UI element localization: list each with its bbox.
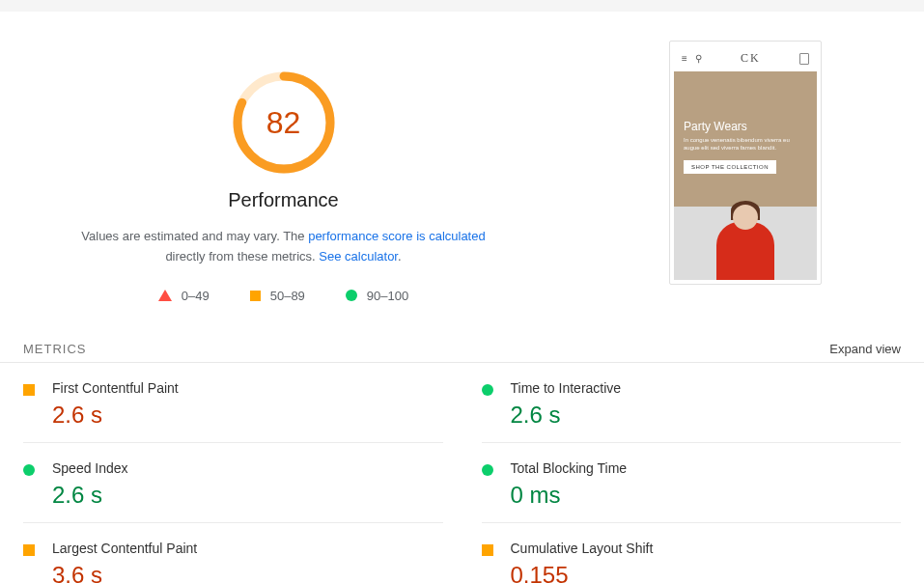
metric-label: Cumulative Layout Shift [511, 541, 902, 556]
performance-gauge: 82 [231, 69, 337, 176]
metric-value: 3.6 s [52, 562, 443, 583]
preview-header: ≡ ⚲ CK [674, 45, 817, 71]
gauge-title: Performance [228, 189, 339, 211]
hero-section: 82 Performance Values are estimated and … [0, 12, 924, 303]
metric-label: Speed Index [52, 460, 443, 476]
expand-view-toggle[interactable]: Expand view [829, 342, 901, 356]
metric-value: 0 ms [511, 482, 902, 509]
metric-label: First Contentful Paint [52, 380, 443, 396]
scale-avg: 50–89 [250, 289, 305, 303]
metric-label: Time to Interactive [511, 380, 902, 396]
search-icon: ⚲ [695, 53, 702, 64]
performance-score: 82 [231, 69, 337, 176]
metric-value: 2.6 s [52, 482, 443, 509]
preview-subtext: In congue venenatis bibendum viverra eu … [684, 137, 807, 153]
pass-circle-icon [23, 464, 35, 476]
scale-fail-label: 0–49 [182, 289, 210, 303]
metric-body: Cumulative Layout Shift0.155 [511, 541, 902, 583]
avg-square-icon [23, 544, 35, 556]
metric-row: Largest Contentful Paint3.6 s [23, 523, 443, 583]
avg-square-icon [23, 384, 35, 396]
scale-pass-label: 90–100 [367, 289, 408, 303]
metrics-header: METRICS Expand view [0, 303, 924, 363]
shopping-bag-icon [799, 53, 809, 65]
metric-body: Speed Index2.6 s [52, 460, 443, 509]
metric-row: Total Blocking Time0 ms [482, 443, 902, 523]
desc-text: Values are estimated and may vary. The [81, 229, 308, 243]
metric-body: Time to Interactive2.6 s [511, 380, 902, 429]
scale-avg-label: 50–89 [270, 289, 305, 303]
pass-circle-icon [482, 464, 493, 476]
pass-circle-icon [346, 290, 357, 301]
see-calculator-link[interactable]: See calculator [319, 249, 398, 264]
screenshot-panel: ≡ ⚲ CK Party Wears In congue venenatis b… [586, 41, 905, 303]
metric-value: 2.6 s [511, 402, 902, 429]
fail-triangle-icon [158, 290, 172, 301]
preview-cta: SHOP THE COLLECTION [684, 160, 776, 174]
top-bar [0, 0, 924, 12]
gauge-description: Values are estimated and may vary. The p… [81, 227, 487, 267]
score-panel: 82 Performance Values are estimated and … [19, 41, 547, 303]
avg-square-icon [250, 291, 261, 301]
metric-label: Total Blocking Time [511, 460, 902, 476]
page-screenshot: ≡ ⚲ CK Party Wears In congue venenatis b… [669, 41, 822, 285]
hamburger-icon: ≡ [682, 53, 687, 64]
scale-pass: 90–100 [346, 289, 408, 303]
metric-row: First Contentful Paint2.6 s [23, 363, 443, 443]
preview-heading: Party Wears [684, 120, 807, 133]
preview-model-image [674, 207, 817, 280]
metric-row: Speed Index2.6 s [23, 443, 443, 523]
metric-row: Cumulative Layout Shift0.155 [482, 523, 902, 583]
desc-text: directly from these metrics. [165, 249, 319, 264]
avg-square-icon [482, 544, 493, 556]
scale-fail: 0–49 [158, 289, 210, 303]
metric-label: Largest Contentful Paint [52, 541, 443, 556]
preview-hero: Party Wears In congue venenatis bibendum… [674, 71, 817, 207]
pass-circle-icon [482, 384, 493, 396]
metric-value: 2.6 s [52, 402, 443, 429]
score-scale-legend: 0–49 50–89 90–100 [158, 289, 408, 303]
metric-body: Total Blocking Time0 ms [511, 460, 902, 509]
preview-logo: CK [710, 51, 792, 66]
metric-row: Time to Interactive2.6 s [482, 363, 902, 443]
metric-body: First Contentful Paint2.6 s [52, 380, 443, 429]
desc-text: . [398, 249, 402, 264]
score-calc-link[interactable]: performance score is calculated [308, 229, 486, 243]
metric-body: Largest Contentful Paint3.6 s [52, 541, 443, 583]
metric-value: 0.155 [511, 562, 902, 583]
metrics-title: METRICS [23, 342, 87, 356]
metrics-grid: First Contentful Paint2.6 sTime to Inter… [0, 363, 924, 583]
